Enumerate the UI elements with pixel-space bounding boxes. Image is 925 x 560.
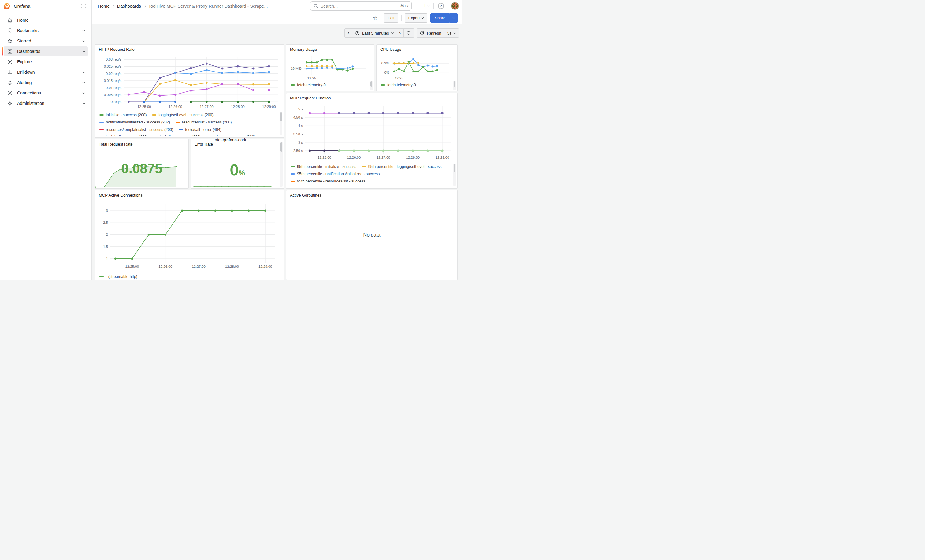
sidebar-item-label: Connections	[17, 90, 78, 95]
share-button[interactable]: Share	[430, 14, 450, 23]
add-new-button[interactable]: +	[422, 2, 430, 11]
legend-item[interactable]: tools/list - success (200)	[154, 135, 201, 136]
chevron-down-icon	[83, 50, 85, 52]
duration-legend: 95th percentile - initialize - success95…	[289, 163, 450, 188]
legend-item[interactable]: logging/setLevel - success (200)	[152, 113, 213, 117]
apps-icon	[7, 48, 13, 54]
panel-title[interactable]: Total Request Rate	[95, 140, 188, 148]
legend-item[interactable]: - (streamable-http)	[99, 275, 137, 279]
zoom-out-time-button[interactable]	[404, 29, 414, 38]
sidebar-item-home[interactable]: Home	[4, 15, 88, 25]
sidebar-item-connections[interactable]: Connections	[4, 88, 88, 98]
legend-item[interactable]: tools/call - success (200)	[99, 135, 148, 136]
http-request-rate-chart[interactable]: 12:25:0012:26:0012:27:0012:28:0012:29:00…	[97, 54, 282, 110]
legend-swatch	[291, 173, 295, 174]
breadcrumb-current-dashboard: ToolHive MCP Server & Proxy Runner Dashb…	[148, 4, 268, 9]
floating-datasource-label: otel-grafana-dark	[215, 138, 246, 142]
edit-button[interactable]: Edit	[384, 14, 398, 23]
help-button[interactable]: ?	[437, 2, 445, 11]
time-range-picker[interactable]: Last 5 minutes	[352, 29, 396, 38]
svg-text:2.5: 2.5	[103, 221, 108, 224]
legend-item[interactable]: 95th percentile - resources/templates/li…	[291, 186, 383, 188]
svg-text:0 req/s: 0 req/s	[111, 100, 121, 104]
chevron-down-icon	[391, 31, 394, 34]
favorite-star-icon[interactable]: ☆	[372, 15, 377, 21]
svg-text:3: 3	[106, 209, 108, 212]
legend-label: 95th percentile - notifications/initiali…	[297, 172, 380, 176]
legend-item[interactable]: tools/call - error (404)	[179, 128, 221, 132]
share-menu-button[interactable]	[450, 14, 458, 23]
legend-label: logging/setLevel - success (200)	[158, 113, 213, 117]
legend-scrollbar[interactable]	[453, 164, 456, 186]
legend-label: tools/list - success (200)	[160, 135, 201, 136]
user-avatar[interactable]	[451, 2, 459, 10]
search-field[interactable]	[321, 4, 398, 9]
legend-label: 95th percentile - resources/list - succe…	[297, 179, 365, 183]
legend-scrollbar[interactable]	[280, 112, 282, 135]
legend-item[interactable]: unknown - success (200)	[206, 135, 255, 136]
sidebar-item-label: Starred	[17, 39, 78, 44]
svg-text:12:26:00: 12:26:00	[347, 156, 361, 159]
sidebar-item-label: Bookmarks	[17, 28, 78, 33]
sidebar-item-bookmarks[interactable]: Bookmarks	[4, 26, 88, 36]
legend-scrollbar[interactable]	[370, 81, 372, 90]
legend-label: fetch-telemetry-0	[297, 83, 326, 87]
panel-title[interactable]: CPU Usage	[377, 45, 457, 53]
legend-label: 95th percentile - resources/templates/li…	[297, 186, 383, 188]
svg-text:3.50 s: 3.50 s	[293, 132, 303, 136]
svg-text:1.5: 1.5	[103, 245, 108, 249]
legend-scrollbar[interactable]	[453, 81, 456, 90]
svg-text:0%: 0%	[384, 71, 389, 74]
chevron-down-icon	[422, 16, 424, 19]
mcp-active-connections-chart[interactable]: 12:25:0012:26:0012:27:0012:28:0012:29:00…	[97, 200, 281, 272]
legend-label: resources/list - success (200)	[182, 120, 232, 125]
connections-legend: - (streamable-http)	[98, 273, 277, 280]
sidebar-item-drilldown[interactable]: Drilldown	[4, 67, 88, 77]
refresh-button[interactable]: Refresh	[417, 29, 444, 38]
legend-item[interactable]: initialize - success (200)	[99, 113, 146, 117]
star-icon	[7, 38, 13, 44]
svg-text:1: 1	[106, 257, 108, 260]
legend-item[interactable]: resources/templates/list - success (200)	[99, 128, 173, 132]
legend-swatch	[291, 166, 295, 167]
legend-item[interactable]: 95th percentile - logging/setLevel - suc…	[362, 164, 442, 169]
legend-item[interactable]: fetch-telemetry-0	[381, 83, 416, 87]
time-shift-forward-button[interactable]: ›	[396, 29, 404, 38]
dock-menu-icon[interactable]	[79, 2, 88, 11]
memory-usage-chart[interactable]: 12:2516 MiB	[288, 53, 372, 80]
divider	[448, 3, 448, 9]
cpu-usage-chart[interactable]: 12:250%0.2%	[378, 53, 455, 80]
sidebar-item-explore[interactable]: Explore	[4, 57, 88, 67]
panel-title[interactable]: MCP Active Connections	[95, 191, 284, 199]
mcp-request-duration-chart[interactable]: 12:25:0012:26:0012:27:0012:28:0012:29:00…	[288, 102, 455, 162]
sidebar-item-starred[interactable]: Starred	[4, 36, 88, 46]
gear-icon	[7, 100, 13, 107]
legend-item[interactable]: 95th percentile - resources/list - succe…	[291, 179, 365, 183]
svg-text:12:27:00: 12:27:00	[192, 265, 206, 269]
export-button[interactable]: Export	[405, 14, 428, 23]
breadcrumb-dashboards[interactable]: Dashboards	[117, 4, 141, 9]
error-rate-sparkline[interactable]	[193, 183, 272, 187]
refresh-interval-picker[interactable]: 5s	[444, 29, 459, 38]
sidebar-item-alerting[interactable]: Alerting	[4, 78, 88, 87]
svg-text:12:25:00: 12:25:00	[137, 105, 151, 108]
legend-item[interactable]: resources/list - success (200)	[176, 120, 232, 125]
chevron-down-icon	[83, 81, 85, 83]
legend-item[interactable]: 95th percentile - initialize - success	[291, 164, 356, 169]
legend-item[interactable]: 95th percentile - notifications/initiali…	[291, 172, 380, 176]
legend-item[interactable]: notifications/initialized - success (202…	[99, 120, 170, 125]
sidebar-item-dashboards[interactable]: Dashboards	[4, 47, 88, 56]
panel-title[interactable]: Memory Usage	[286, 45, 374, 53]
panel-scrollbar[interactable]	[280, 142, 283, 187]
panel-title[interactable]: MCP Request Duration	[286, 93, 457, 102]
legend-item[interactable]: fetch-telemetry-0	[291, 83, 326, 87]
search-input[interactable]: ⌘+k	[310, 1, 412, 11]
legend-swatch	[176, 122, 180, 123]
sidebar-item-administration[interactable]: Administration	[4, 98, 88, 108]
breadcrumb-home[interactable]: Home	[98, 4, 110, 9]
time-range-group: ‹ Last 5 minutes ›	[344, 29, 414, 38]
sidebar-item-label: Alerting	[17, 80, 78, 85]
time-shift-back-button[interactable]: ‹	[344, 29, 353, 38]
panel-title[interactable]: HTTP Request Rate	[95, 45, 284, 53]
legend-swatch	[99, 114, 104, 116]
